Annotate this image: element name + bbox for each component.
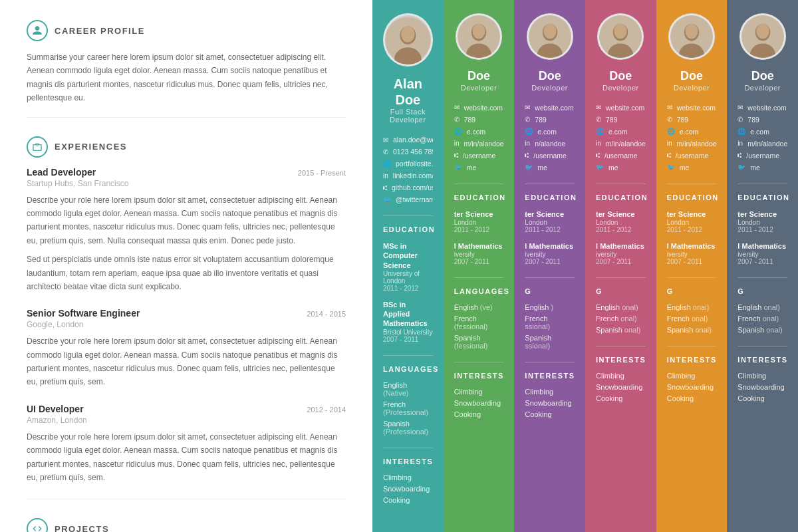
edu-section-title: EDUCATION <box>383 215 433 233</box>
avatar-1 <box>456 13 502 60</box>
right-panel: Alan Doe Full Stack Developer ✉ alan.doe… <box>372 0 798 532</box>
contact-portfolio: 🌐 portfoliosite.com <box>383 160 433 168</box>
interest-2: Cooking <box>383 496 433 504</box>
exp-company-1: Google, London <box>27 320 346 329</box>
exp-dates-1: 2014 - 2015 <box>307 310 346 318</box>
github-value: github.com/username <box>392 184 433 192</box>
col-name-2: Doe <box>525 69 575 84</box>
twitter-icon-1: 🐦 <box>454 164 462 171</box>
svg-point-11 <box>543 24 556 39</box>
globe-icon: 🌐 <box>383 160 391 168</box>
exp-dates-2: 2012 - 2014 <box>307 406 346 414</box>
color-col-3: Doe Developer ✉website.com ✆789 🌐e.com i… <box>585 0 656 532</box>
interests-title-2: INTERESTS <box>525 362 575 380</box>
contact-linkedin: in linkedin.com/in/alandoe <box>383 172 433 180</box>
edu-years-0: 2011 - 2012 <box>383 285 433 292</box>
projects-title: PROJECTS <box>55 524 109 532</box>
linkedin-icon: in <box>383 172 388 180</box>
svg-point-23 <box>756 24 769 39</box>
color-col-0: Alan Doe Full Stack Developer ✉ alan.doe… <box>372 0 444 532</box>
lang-item-1: French (Professional) <box>383 400 433 416</box>
col-role-4: Developer <box>667 84 717 92</box>
color-col-1: Doe Developer ✉website.com ✆789 🌐e.com i… <box>444 0 515 532</box>
exp-company-2: Amazon, London <box>27 416 346 425</box>
exp-item-2: UI Developer 2012 - 2014 Amazon, London … <box>27 404 346 485</box>
color-col-5: Doe Developer ✉website.com ✆789 🌐e.com i… <box>727 0 798 532</box>
career-icon <box>27 20 48 41</box>
phone-icon-1: ✆ <box>454 116 460 123</box>
avatar-4 <box>668 13 715 60</box>
email-value: alan.doe@website.com <box>393 136 433 144</box>
lang-name-1: French <box>383 400 406 408</box>
col-name-3: Doe <box>596 69 646 84</box>
exp-company-0: Startup Hubs, San Francisco <box>27 179 346 188</box>
career-profile-body: Summarise your career here lorem ipsum d… <box>27 51 346 105</box>
avatar-wrap-3 <box>596 13 646 60</box>
edu-years-1: 2007 - 2011 <box>383 336 433 343</box>
lang-section-title: LANGUAGES <box>383 355 433 373</box>
github-icon: ⑆ <box>383 184 387 192</box>
exp-item-1: Senior Software Engineer 2014 - 2015 Goo… <box>27 308 346 389</box>
col-role-1: Developer <box>454 84 504 92</box>
contact-list-0: ✉ alan.doe@website.com ✆ 0123 456 789 🌐 … <box>383 136 433 203</box>
exp-title-2: UI Developer <box>27 404 84 414</box>
svg-point-19 <box>685 24 698 39</box>
contact-list-2: ✉website.com ✆789 🌐e.com inn/alandoe ⑆/u… <box>525 104 575 172</box>
phone-value: 0123 456 789 <box>393 148 433 156</box>
email-icon-1: ✉ <box>454 104 460 111</box>
edu-school-1: Bristol University <box>383 329 433 336</box>
lang-level-2: (Professional) <box>383 428 428 436</box>
col-role-3: Developer <box>596 84 646 92</box>
color-col-2: Doe Developer ✉website.com ✆789 🌐e.com i… <box>514 0 585 532</box>
edu-title-2: EDUCATION <box>525 184 575 201</box>
color-col-4: Doe Developer ✉website.com ✆789 🌐e.com i… <box>656 0 728 532</box>
col-role-5: Developer <box>737 84 787 92</box>
twitter-value: @twittername <box>396 196 433 203</box>
interest-1: Snowboarding <box>383 485 433 493</box>
avatar-0 <box>383 13 433 66</box>
lang-level-0: (Native) <box>383 389 409 397</box>
interests-title-1: INTERESTS <box>454 362 504 380</box>
avatar-wrap-1 <box>454 13 504 60</box>
contact-list-3: ✉website.com ✆789 🌐e.com inm/in/alandoe … <box>596 104 646 172</box>
career-profile-title: CAREER PROFILE <box>55 26 145 36</box>
linkedin-icon-1: in <box>454 140 460 147</box>
exp-title-1: Senior Software Engineer <box>27 308 140 319</box>
col-name-0: Alan Doe <box>383 76 433 108</box>
avatar-3 <box>597 13 644 60</box>
svg-point-15 <box>614 24 627 39</box>
avatar-wrap-0 <box>383 13 433 66</box>
lang-name-2: Spanish <box>383 420 410 428</box>
avatar-wrap-2 <box>525 13 575 60</box>
lang-level-1: (Professional) <box>383 408 428 416</box>
globe-icon-1: 🌐 <box>454 128 462 135</box>
experiences-icon <box>27 136 48 158</box>
lang-name-0: English <box>383 381 407 389</box>
col-name-4: Doe <box>667 69 717 84</box>
edu-title-1: EDUCATION <box>454 184 504 201</box>
contact-twitter: 🐦 @twittername <box>383 196 433 203</box>
contact-github: ⑆ github.com/username <box>383 184 433 192</box>
lang-item-0: English (Native) <box>383 381 433 397</box>
lang-title-2: G <box>525 277 575 295</box>
edu-item-0: MSc in Computer Science University of Lo… <box>383 241 433 292</box>
exp-desc-0a: Describe your role here lorem ipsum dolo… <box>27 194 346 248</box>
contact-phone: ✆ 0123 456 789 <box>383 148 433 156</box>
projects-header: PROJECTS <box>27 518 346 532</box>
exp-desc-2a: Describe your role here lorem ipsum dolo… <box>27 430 346 485</box>
contact-email: ✉ alan.doe@website.com <box>383 136 433 144</box>
col-role-2: Developer <box>525 84 575 92</box>
edu-degree-1: BSc in Applied Mathematics <box>383 300 433 329</box>
lang-title-1: LANGUAGES <box>454 277 504 295</box>
avatar-5 <box>739 13 786 60</box>
career-profile-header: CAREER PROFILE <box>27 20 346 41</box>
svg-point-3 <box>401 26 415 42</box>
avatar-2 <box>527 13 573 60</box>
twitter-icon: 🐦 <box>383 196 391 203</box>
col-name-1: Doe <box>454 69 504 84</box>
avatar-wrap-4 <box>667 13 717 60</box>
github-icon-1: ⑆ <box>454 152 458 159</box>
exp-desc-0b: Sed ut perspiciatis unde omnis iste natu… <box>27 253 346 293</box>
col-role-0: Full Stack Developer <box>383 108 433 124</box>
edu-school-0: University of London <box>383 270 433 285</box>
